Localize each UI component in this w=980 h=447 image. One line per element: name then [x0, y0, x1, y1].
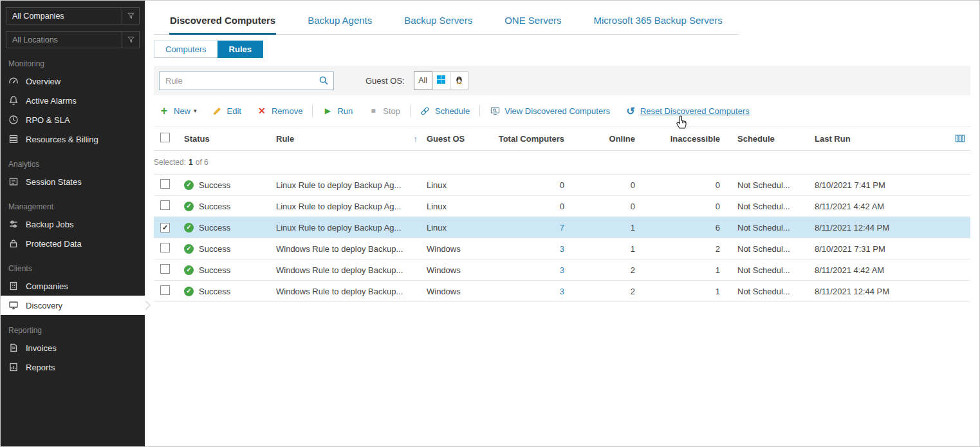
- row-checkbox[interactable]: [160, 285, 170, 295]
- filter-funnel-icon[interactable]: [122, 32, 139, 48]
- sidebar-item-active-alarms[interactable]: Active Alarms: [1, 91, 145, 110]
- total-computers-value[interactable]: 3: [560, 244, 564, 254]
- view-switch: Computers Rules: [154, 41, 970, 58]
- reset-discovered-computers-button[interactable]: ↺ Reset Discovered Computers: [618, 106, 757, 116]
- row-checkbox[interactable]: [160, 264, 170, 274]
- invoices-icon: [8, 343, 19, 353]
- success-icon: ✓: [184, 287, 194, 296]
- column-header-guest-os[interactable]: Guest OS: [425, 134, 496, 144]
- table-row[interactable]: ✓SuccessLinux Rule to deploy Backup Ag..…: [154, 175, 970, 196]
- guest-os-all-button[interactable]: All: [414, 71, 432, 90]
- sidebar-section-header-clients: Clients: [8, 264, 145, 273]
- guest-os-linux-button[interactable]: [450, 71, 468, 90]
- total-computers-value[interactable]: 3: [560, 265, 564, 275]
- sidebar-item-overview[interactable]: Overview: [1, 71, 145, 91]
- subtab-computers[interactable]: Computers: [154, 41, 218, 58]
- sidebar-item-companies[interactable]: Companies: [1, 276, 145, 296]
- selection-total: of 6: [196, 158, 208, 167]
- total-computers-value[interactable]: 3: [560, 287, 564, 296]
- subtab-rules[interactable]: Rules: [217, 41, 263, 58]
- column-header-online[interactable]: Online: [568, 134, 639, 144]
- rule-name: Windows Rule to deploy Backup...: [276, 265, 425, 275]
- tab-one-servers[interactable]: ONE Servers: [504, 9, 562, 34]
- inaccessible-value: 1: [639, 265, 729, 275]
- row-checkbox-cell: [154, 243, 181, 254]
- sidebar-item-label: Overview: [26, 77, 60, 86]
- success-icon: ✓: [184, 180, 194, 190]
- sidebar-item-protected-data[interactable]: Protected Data: [1, 234, 145, 253]
- schedule-button[interactable]: Schedule: [412, 106, 477, 116]
- row-checkbox[interactable]: [160, 179, 170, 189]
- sidebar-item-backup-jobs[interactable]: Backup Jobs: [1, 214, 145, 234]
- guest-os-windows-button[interactable]: [432, 71, 450, 90]
- sidebar-item-resources-billing[interactable]: Resources & Billing: [1, 129, 145, 149]
- chain-link-icon: [420, 106, 430, 116]
- online-value: 0: [568, 180, 639, 190]
- column-header-total-computers[interactable]: Total Computers: [496, 134, 568, 144]
- online-value: 1: [568, 244, 639, 254]
- view-discovered-computers-button[interactable]: View Discovered Computers: [482, 106, 618, 116]
- filter-bar: Guest OS: All: [154, 66, 970, 95]
- total-computers-cell: 3: [496, 244, 568, 254]
- edit-button[interactable]: Edit: [205, 106, 249, 116]
- table-row[interactable]: ✓SuccessWindows Rule to deploy Backup...…: [154, 238, 970, 260]
- column-header-schedule[interactable]: Schedule: [729, 134, 806, 144]
- monitor-search-icon: [490, 106, 500, 116]
- sidebar-nav: MonitoringOverviewActive AlarmsRPO & SLA…: [1, 59, 145, 377]
- table-row[interactable]: ✓SuccessLinux Rule to deploy Backup Ag..…: [154, 196, 970, 217]
- column-options-icon[interactable]: [955, 133, 965, 144]
- run-button[interactable]: ▶ Run: [315, 106, 360, 116]
- last-run-value: 8/10/2021 7:41 PM: [806, 180, 970, 190]
- chevron-down-icon: ▾: [194, 108, 197, 114]
- rpo-sla-icon: [8, 115, 19, 125]
- session-states-icon: [8, 176, 19, 187]
- filter-funnel-icon[interactable]: [122, 8, 139, 24]
- tab-discovered-computers[interactable]: Discovered Computers: [169, 9, 276, 34]
- table-row[interactable]: ✓SuccessWindows Rule to deploy Backup...…: [154, 281, 970, 302]
- location-filter[interactable]: All Locations: [6, 31, 140, 48]
- toolbar: + New ▾ Edit ✕ Remove ▶ Run ■ Stop: [154, 95, 970, 126]
- sidebar-item-reports[interactable]: Reports: [1, 357, 145, 377]
- table-row[interactable]: ✓✓SuccessLinux Rule to deploy Backup Ag.…: [154, 217, 970, 238]
- search-icon[interactable]: [319, 75, 329, 86]
- table-row[interactable]: ✓SuccessWindows Rule to deploy Backup...…: [154, 260, 970, 281]
- total-computers-cell: 7: [496, 223, 568, 233]
- guest-os-label: Guest OS:: [365, 76, 405, 86]
- tab-backup-servers[interactable]: Backup Servers: [403, 9, 473, 34]
- search-input[interactable]: [160, 72, 333, 90]
- schedule-value: Not Schedul...: [729, 180, 806, 190]
- location-filter-label: All Locations: [6, 35, 122, 44]
- status-text: Success: [199, 223, 230, 233]
- sidebar-item-label: Reports: [26, 363, 55, 372]
- select-all-checkbox[interactable]: [160, 133, 170, 142]
- inaccessible-value: 1: [639, 287, 729, 296]
- total-computers-value[interactable]: 7: [560, 223, 564, 233]
- sidebar-item-discovery[interactable]: Discovery: [1, 296, 145, 315]
- row-checkbox[interactable]: [160, 200, 170, 210]
- sidebar-item-rpo-sla[interactable]: RPO & SLA: [1, 110, 145, 129]
- status-text: Success: [199, 180, 230, 190]
- rules-table-body: ✓SuccessLinux Rule to deploy Backup Ag..…: [154, 175, 970, 302]
- guest-os-value: Windows: [425, 244, 496, 254]
- column-header-inaccessible[interactable]: Inaccessible: [639, 134, 729, 144]
- column-header-last-run[interactable]: Last Run: [806, 134, 970, 144]
- row-checkbox[interactable]: ✓: [160, 223, 170, 233]
- last-run-value: 8/11/2021 4:42 AM: [806, 202, 970, 211]
- sidebar-item-session-states[interactable]: Session States: [1, 172, 145, 191]
- column-header-status[interactable]: Status: [181, 134, 276, 144]
- selection-info-label: Selected:: [154, 158, 186, 167]
- tab-microsoft-365-backup-servers[interactable]: Microsoft 365 Backup Servers: [593, 9, 723, 34]
- status-cell: ✓Success: [181, 265, 276, 275]
- guest-os-value: Linux: [425, 180, 496, 190]
- row-checkbox[interactable]: [160, 243, 170, 252]
- last-run-value: 8/11/2021 12:44 PM: [806, 287, 970, 296]
- new-button[interactable]: + New ▾: [154, 106, 205, 116]
- tab-backup-agents[interactable]: Backup Agents: [307, 9, 373, 34]
- sidebar-item-invoices[interactable]: Invoices: [1, 338, 145, 357]
- main-content: Discovered ComputersBackup AgentsBackup …: [145, 1, 979, 446]
- company-filter[interactable]: All Companies: [6, 7, 140, 24]
- backup-jobs-icon: [8, 219, 19, 229]
- column-header-rule[interactable]: Rule ↑: [276, 134, 425, 144]
- remove-button[interactable]: ✕ Remove: [249, 106, 310, 116]
- stop-button-label: Stop: [383, 106, 400, 116]
